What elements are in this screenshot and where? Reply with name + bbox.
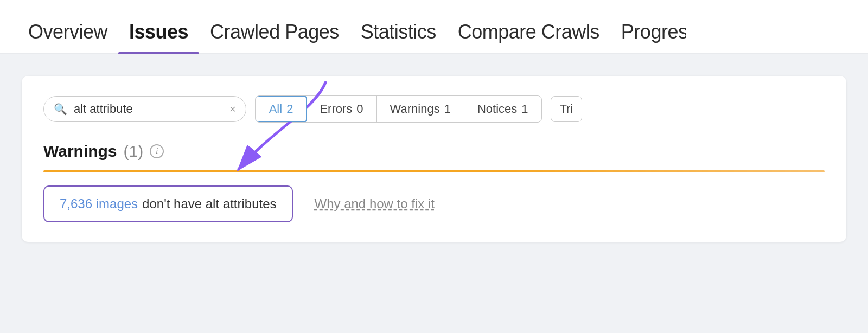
filter-btn-all[interactable]: All 2 bbox=[255, 95, 308, 123]
tab-crawled-pages-label: Crawled Pages bbox=[210, 21, 339, 43]
filter-warnings-count: 1 bbox=[444, 102, 451, 116]
filter-notices-label: Notices bbox=[477, 102, 517, 116]
tab-progress-label: Progres bbox=[621, 21, 686, 43]
search-box: 🔍 × bbox=[43, 96, 246, 122]
tab-overview[interactable]: Overview bbox=[17, 21, 118, 53]
issues-card: 🔍 × All 2 Errors 0 Warnings 1 bbox=[22, 76, 846, 242]
tab-overview-label: Overview bbox=[28, 21, 107, 43]
tab-statistics[interactable]: Statistics bbox=[350, 21, 447, 53]
tab-compare-crawls[interactable]: Compare Crawls bbox=[447, 21, 610, 53]
tab-statistics-label: Statistics bbox=[361, 21, 436, 43]
clear-icon[interactable]: × bbox=[229, 103, 236, 116]
tab-issues-label: Issues bbox=[129, 21, 188, 43]
filter-btn-warnings[interactable]: Warnings 1 bbox=[377, 96, 464, 122]
filter-btn-errors[interactable]: Errors 0 bbox=[307, 96, 376, 122]
filter-warnings-label: Warnings bbox=[390, 102, 440, 116]
search-input[interactable] bbox=[74, 102, 223, 116]
issue-description: don't have alt attributes bbox=[142, 196, 276, 212]
orange-divider bbox=[43, 170, 825, 172]
issue-card[interactable]: 7,636 images don't have alt attributes bbox=[43, 185, 293, 222]
filter-btn-trd[interactable]: Tri bbox=[551, 96, 583, 122]
filter-all-label: All bbox=[269, 102, 282, 116]
filter-errors-count: 0 bbox=[356, 102, 363, 116]
tab-compare-crawls-label: Compare Crawls bbox=[458, 21, 599, 43]
warnings-section: Warnings (1) i 7,636 images bbox=[43, 142, 825, 222]
filter-row: 🔍 × All 2 Errors 0 Warnings 1 bbox=[43, 95, 825, 123]
issue-link[interactable]: 7,636 images bbox=[60, 196, 138, 212]
filter-all-count: 2 bbox=[286, 102, 293, 116]
warnings-count: (1) bbox=[124, 142, 144, 161]
tab-progress[interactable]: Progres bbox=[610, 21, 686, 53]
search-icon: 🔍 bbox=[54, 103, 67, 116]
filter-trd-label: Tri bbox=[560, 102, 573, 116]
tab-crawled-pages[interactable]: Crawled Pages bbox=[199, 21, 350, 53]
warnings-title: Warnings bbox=[43, 142, 117, 161]
filter-buttons: All 2 Errors 0 Warnings 1 Notices 1 bbox=[255, 95, 542, 123]
section-header: Warnings (1) i bbox=[43, 142, 825, 161]
content-area: 🔍 × All 2 Errors 0 Warnings 1 bbox=[0, 54, 868, 242]
fix-link[interactable]: Why and how to fix it bbox=[315, 196, 435, 212]
info-label: i bbox=[156, 146, 158, 156]
arrow-annotation bbox=[184, 77, 358, 185]
filter-notices-count: 1 bbox=[521, 102, 528, 116]
info-icon[interactable]: i bbox=[150, 144, 164, 158]
filter-errors-label: Errors bbox=[320, 102, 352, 116]
tab-issues[interactable]: Issues bbox=[118, 21, 199, 53]
issue-row: 7,636 images don't have alt attributes W… bbox=[43, 185, 825, 222]
filter-btn-notices[interactable]: Notices 1 bbox=[464, 96, 541, 122]
nav-tabs: Overview Issues Crawled Pages Statistics… bbox=[0, 0, 868, 54]
